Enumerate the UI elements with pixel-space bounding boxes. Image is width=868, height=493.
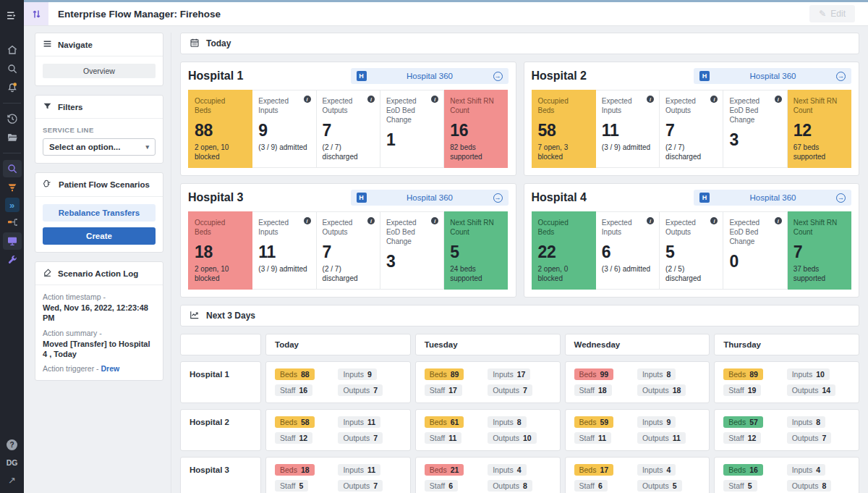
forecast-day-cell: Beds89 Inputs17 Staff17 Outputs7	[415, 361, 561, 403]
hospital-h-icon: H	[699, 71, 710, 81]
stat-value: 16	[450, 121, 501, 140]
action-triggerer-link[interactable]: Drew	[101, 364, 120, 373]
outputs-value: 7	[373, 386, 378, 395]
staff-value: 17	[448, 386, 457, 395]
fast-forward-icon[interactable]: »	[5, 198, 20, 212]
arrow-circle-icon: →	[493, 193, 503, 203]
hospital-card-header: Hospital 1 H Hospital 360 →	[188, 68, 509, 84]
insight-search-icon[interactable]	[3, 160, 22, 177]
info-icon[interactable]: i	[775, 96, 782, 103]
stat-tile: Expected Outputs i 7 (2 / 7) discharged	[660, 90, 723, 168]
outputs-badge: Outputs7	[338, 480, 383, 492]
hospital-360-button[interactable]: H Hospital 360 →	[351, 190, 509, 206]
home-icon[interactable]	[3, 41, 22, 59]
info-icon[interactable]: i	[304, 217, 311, 224]
beds-badge: Beds61	[425, 416, 464, 428]
menu-icon	[43, 39, 52, 50]
inputs-value: 17	[517, 370, 526, 379]
stat-label: Expected Outputs	[323, 218, 374, 237]
hospital-360-label: Hospital 360	[367, 193, 493, 202]
arrow-circle-icon: →	[836, 193, 846, 203]
hospital-360-button[interactable]: H Hospital 360 →	[351, 68, 509, 84]
scenarios-icon	[43, 179, 53, 190]
forecast-table: TodayTuesdayWednesdayThursday Hospital 1…	[180, 334, 859, 493]
search-icon[interactable]	[3, 60, 22, 77]
staff-label: Staff	[280, 481, 295, 490]
stat-label: Expected Outputs	[665, 218, 717, 237]
hospital-360-button[interactable]: H Hospital 360 →	[694, 68, 851, 84]
inputs-value: 9	[367, 370, 372, 379]
transfer-flow-icon[interactable]	[3, 214, 22, 231]
stat-tile: Occupied Beds 18 2 open, 10 blocked	[188, 211, 252, 290]
rail-divider	[3, 103, 21, 104]
action-log-panel: Scenario Action Log Action timestamp - W…	[35, 261, 163, 381]
stat-label: Next Shift RN Count	[793, 218, 845, 237]
filter-funnel-icon[interactable]	[3, 179, 22, 196]
info-icon[interactable]: i	[304, 96, 311, 103]
app-logo-icon[interactable]	[24, 2, 48, 25]
outputs-label: Outputs	[343, 386, 370, 395]
beds-value: 88	[301, 370, 310, 379]
stat-subtext: 2 open, 0 blocked	[538, 264, 590, 283]
inputs-badge: Inputs9	[338, 368, 376, 380]
staff-value: 5	[748, 481, 752, 490]
stat-value: 5	[665, 243, 717, 262]
inputs-value: 10	[816, 370, 825, 379]
table-row: Hospital 1 Beds88 Inputs9 Staff16 Output…	[180, 361, 859, 403]
stat-label: Expected EoD Bed Change	[729, 218, 780, 246]
history-icon[interactable]	[3, 110, 22, 127]
service-line-select[interactable]: Select an option... ▾	[43, 138, 156, 156]
today-section-title: Today	[206, 38, 231, 49]
action-timestamp-label: Action timestamp -	[43, 292, 156, 301]
inputs-value: 4	[816, 465, 820, 474]
stat-subtext: (2 / 7) discharged	[323, 264, 374, 283]
stat-subtext: (2 / 5) discharged	[665, 264, 717, 283]
edit-button[interactable]: ✎ Edit	[809, 5, 855, 22]
forecast-day-cell: Beds59 Inputs9 Staff11 Outputs11	[565, 409, 710, 451]
stat-value: 9	[258, 121, 310, 140]
forecast-section-title: Next 3 Days	[206, 311, 255, 321]
hospital-card: Hospital 3 H Hospital 360 → Occupied Bed…	[180, 183, 516, 298]
staff-label: Staff	[280, 386, 295, 395]
action-log-title: Scenario Action Log	[58, 269, 138, 278]
forecast-day-cell: Beds21 Inputs4 Staff6 Outputs8	[415, 457, 561, 493]
stat-tile: Expected Outputs i 5 (2 / 5) discharged	[660, 211, 723, 290]
action-triggerer-label: Action triggerer -	[43, 364, 101, 373]
outputs-label: Outputs	[792, 481, 819, 490]
info-icon[interactable]: i	[775, 217, 782, 224]
beds-badge: Beds59	[574, 416, 614, 428]
icon-rail: » ? DG ↗	[0, 0, 24, 493]
stat-value: 5	[450, 243, 501, 262]
beds-label: Beds	[430, 465, 447, 474]
row-hospital-name: Hospital 3	[180, 457, 261, 493]
beds-value: 57	[749, 418, 758, 426]
tools-icon[interactable]	[3, 251, 22, 269]
help-icon[interactable]: ?	[7, 439, 17, 450]
create-button[interactable]: Create	[43, 227, 156, 245]
overview-button[interactable]: Overview	[43, 64, 156, 78]
hospital-360-label: Hospital 360	[710, 193, 836, 202]
info-icon[interactable]: i	[367, 96, 375, 103]
forecast-header-row: TodayTuesdayWednesdayThursday	[180, 334, 859, 355]
external-link-icon[interactable]: ↗	[8, 475, 16, 486]
staff-value: 19	[748, 386, 757, 395]
outputs-label: Outputs	[493, 434, 519, 442]
staff-badge: Staff11	[425, 432, 462, 444]
stat-label: Expected Inputs	[258, 96, 310, 115]
collapse-menu-icon[interactable]	[3, 7, 22, 24]
rebalance-transfers-button[interactable]: Rebalance Transfers	[43, 204, 156, 222]
avatar-initials[interactable]: DG	[7, 458, 18, 467]
forecast-day-cell: Beds58 Inputs11 Staff12 Outputs7	[265, 409, 411, 451]
outputs-badge: Outputs18	[637, 384, 686, 396]
staff-label: Staff	[728, 434, 744, 442]
staff-badge: Staff6	[425, 480, 458, 492]
notifications-icon[interactable]	[3, 79, 22, 96]
info-icon[interactable]: i	[367, 217, 375, 224]
inputs-label: Inputs	[343, 370, 364, 379]
files-icon[interactable]	[3, 129, 22, 146]
hospital-card-header: Hospital 3 H Hospital 360 →	[188, 190, 509, 206]
dashboard-board-icon[interactable]	[3, 232, 22, 250]
hospital-360-button[interactable]: H Hospital 360 →	[694, 190, 851, 206]
beds-label: Beds	[728, 465, 746, 474]
stat-label: Next Shift RN Count	[450, 96, 501, 115]
